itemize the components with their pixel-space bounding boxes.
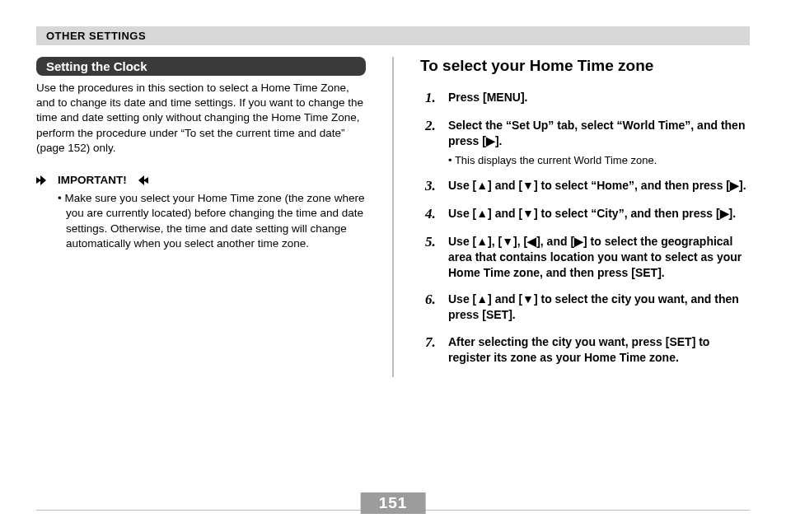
step-4: 4.Use [▲] and [▼] to select “City”, and … — [420, 206, 750, 222]
step-body: Use [▲] and [▼] to select “City”, and th… — [448, 206, 750, 222]
section-title-pill: Setting the Clock — [36, 57, 366, 76]
steps-list: 1.Press [MENU].2.Select the “Set Up” tab… — [420, 90, 750, 366]
content-columns: Setting the Clock Use the procedures in … — [36, 57, 750, 377]
step-number: 7. — [425, 334, 442, 366]
step-3: 3.Use [▲] and [▼] to select “Home”, and … — [420, 178, 750, 194]
step-1: 1.Press [MENU]. — [420, 90, 750, 106]
header-bar: OTHER SETTINGS — [36, 26, 750, 45]
step-2: 2.Select the “Set Up” tab, select “World… — [420, 118, 750, 166]
step-body: Select the “Set Up” tab, select “World T… — [448, 118, 750, 166]
step-text: Use [▲] and [▼] to select the city you w… — [448, 292, 750, 323]
sound-left-icon — [132, 175, 148, 185]
left-column: Setting the Clock Use the procedures in … — [36, 57, 366, 377]
step-number: 5. — [425, 234, 442, 281]
right-heading: To select your Home Time zone — [420, 57, 750, 75]
step-body: After selecting the city you want, press… — [448, 334, 750, 366]
step-number: 3. — [425, 178, 442, 194]
step-6: 6.Use [▲] and [▼] to select the city you… — [420, 292, 750, 323]
step-number: 6. — [425, 292, 442, 323]
right-column: To select your Home Time zone 1.Press [M… — [420, 57, 750, 377]
page-footer: 151 — [36, 510, 750, 511]
intro-paragraph: Use the procedures in this section to se… — [36, 81, 366, 156]
step-5: 5.Use [▲], [▼], [◀], and [▶] to select t… — [420, 234, 750, 281]
step-number: 4. — [425, 206, 442, 222]
column-divider — [392, 57, 394, 377]
step-subtext: • This displays the current World Time z… — [448, 154, 750, 166]
step-text: Select the “Set Up” tab, select “World T… — [448, 118, 750, 149]
step-text: Use [▲] and [▼] to select “Home”, and th… — [448, 178, 750, 194]
step-text: After selecting the city you want, press… — [448, 334, 750, 366]
sound-right-icon — [36, 175, 53, 185]
important-label: IMPORTANT! — [58, 174, 127, 186]
step-text: Press [MENU]. — [448, 90, 750, 105]
step-text: Use [▲] and [▼] to select “City”, and th… — [448, 206, 750, 222]
step-number: 2. — [425, 118, 442, 166]
step-number: 1. — [425, 90, 442, 106]
step-body: Use [▲] and [▼] to select “Home”, and th… — [448, 178, 750, 194]
manual-page: OTHER SETTINGS Setting the Clock Use the… — [0, 0, 786, 532]
step-body: Press [MENU]. — [448, 90, 750, 106]
step-text: Use [▲], [▼], [◀], and [▶] to select the… — [448, 234, 750, 281]
important-callout: IMPORTANT! — [36, 174, 366, 186]
step-body: Use [▲] and [▼] to select the city you w… — [448, 292, 750, 323]
page-number: 151 — [361, 492, 426, 514]
important-bullet: • Make sure you select your Home Time zo… — [58, 191, 366, 251]
step-body: Use [▲], [▼], [◀], and [▶] to select the… — [448, 234, 750, 281]
step-7: 7.After selecting the city you want, pre… — [420, 334, 750, 366]
